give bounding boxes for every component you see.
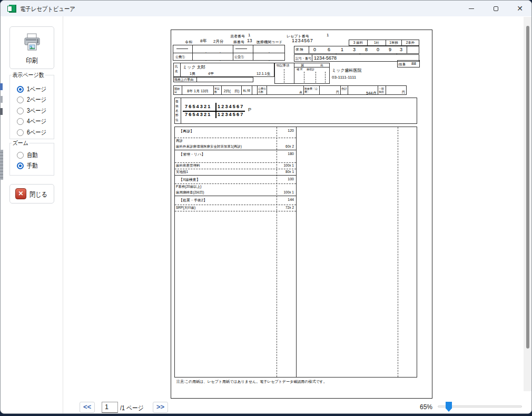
radio-pagecount-4[interactable]: 4ページ <box>17 117 50 126</box>
radio-circle[interactable] <box>17 152 24 159</box>
radio-pagecount-1[interactable]: 1ページ <box>17 84 50 94</box>
detail-line: 再診 <box>176 139 183 143</box>
radio-pagecount-2[interactable]: 2ページ <box>17 95 50 104</box>
radio-zoom-2[interactable]: 手動 <box>17 161 40 170</box>
receipt-field: , <box>205 57 206 61</box>
year-value: 8年 <box>200 39 206 43</box>
patient-sex: 1男 <box>190 72 195 75</box>
prev-icon: << <box>83 403 91 411</box>
insurer-digit: 3 <box>353 47 356 52</box>
pagecount-groupbox: 表示ページ数 1ページ2ページ3ページ4ページ6ページ <box>9 75 54 139</box>
insurer-digit: 0 <box>377 47 379 52</box>
receipt-no-value: 1 <box>327 33 329 37</box>
treatment-row: 開始日8年 1月 13日実日数2日( 日)転 帰公費分点数点医療費〔公費〕円合計… <box>173 85 407 95</box>
detail-line: 歯科外来診療環境医療安全対策加算1(再診) <box>176 144 242 149</box>
clinic-name: ミック歯科医院 <box>332 69 362 73</box>
receipt-field <box>253 45 253 61</box>
receipt-page: 患者番号1レセプト番号1令和8年2月分県番号13医療機関コード1234567公費… <box>171 30 432 399</box>
title-bar: 電子レセプトビューア ✕ <box>1 1 531 16</box>
insurer-digit: 8 <box>365 47 368 52</box>
treatment-cell: 544点 <box>348 86 378 94</box>
inst-code-value: 1234567 <box>292 38 313 43</box>
receipt-no-label: レセプト番号 <box>287 34 309 38</box>
radio-circle[interactable] <box>17 118 24 125</box>
patient-birth: 12.1.1生 <box>257 72 270 75</box>
insurer-digit: 0 <box>313 47 316 52</box>
detail-value: 100x 1 <box>283 163 294 167</box>
maximize-button[interactable] <box>484 1 508 16</box>
zoom-groupbox: ズーム 自動手動 <box>9 143 54 176</box>
page-number-input[interactable]: 1 <box>102 402 118 413</box>
detail-row: 歯周病検査(2回目)100x 1 <box>175 190 296 196</box>
treatment-cell: 実日数 <box>214 86 222 94</box>
detail-row: 実地指180x 1 <box>175 169 296 176</box>
receipt-field: , <box>220 50 221 53</box>
name-vertical-label: 氏名 <box>175 64 179 74</box>
treatment-cell: 8年 1月 13日 <box>182 86 214 94</box>
pref-label: 県番号 <box>233 40 244 44</box>
section-header: 【処置・手術2】 <box>179 198 207 203</box>
receipt-field <box>284 69 284 83</box>
scrollbar-thumb[interactable] <box>526 26 529 349</box>
receipt-field <box>407 46 407 54</box>
detail-line: 歯周病検査(2回目) <box>176 190 204 195</box>
close-x-icon: ✕ <box>15 188 26 199</box>
radio-zoom-1[interactable]: 自動 <box>17 150 40 160</box>
section-total: 180 <box>288 152 294 156</box>
insurance-type-cell: 3 歯科 <box>349 40 368 46</box>
todokede-sub1: 補 管 <box>297 68 302 71</box>
receipt-field <box>233 45 233 61</box>
radio-circle[interactable] <box>17 96 24 103</box>
section-total: 100 <box>288 177 294 181</box>
close-window-button[interactable]: ✕ <box>508 1 532 16</box>
radio-circle[interactable] <box>17 86 24 93</box>
todokede-sub2: 歯初診 <box>307 68 314 71</box>
radio-label: 6ページ <box>27 128 46 137</box>
desktop-artifact <box>0 108 3 115</box>
tooth-lower-right: 7654321 <box>185 112 211 117</box>
treatment-cell: 一部負担 <box>378 86 386 94</box>
receipt-field <box>192 45 193 61</box>
radio-circle[interactable] <box>17 129 24 136</box>
detail-line: 歯科疾患管理料 <box>176 163 200 168</box>
section-header-row: 【処置・手術2】144 <box>175 196 296 205</box>
detail-value: 60x 2 <box>285 144 294 148</box>
maximize-icon <box>494 6 498 11</box>
receipt-field: , <box>205 50 206 53</box>
radio-pagecount-5[interactable]: 6ページ <box>17 128 50 137</box>
footer-note: 注意:この用紙は、レセプト用紙ではありません。電子レセプトデータ確認用の様式です… <box>176 380 327 383</box>
branch-label: (枝番 <box>398 63 406 66</box>
prev-page-button[interactable]: << <box>80 402 95 413</box>
close-button[interactable]: ✕ 閉じる <box>9 184 54 204</box>
next-icon: >> <box>156 403 164 411</box>
detail-row: 歯科外来診療環境医療安全対策加算1(再診)60x 2 <box>175 144 296 150</box>
receipt-field <box>235 49 247 49</box>
minimize-icon <box>469 8 474 9</box>
radio-circle[interactable] <box>17 162 24 169</box>
todokede-box <box>294 63 330 84</box>
pref-no-value: 13 <box>247 38 252 43</box>
radio-circle[interactable] <box>17 108 24 114</box>
section-header-row: 【再診】120 <box>175 127 296 138</box>
print-button[interactable]: 印刷 <box>9 26 54 69</box>
desktop-artifact <box>0 83 3 90</box>
receipt-field <box>176 49 188 49</box>
detail-line: P基検(20歯以上) <box>176 185 201 189</box>
kohi2-label: 公受① <box>234 55 244 59</box>
vertical-scrollbar[interactable] <box>524 17 532 391</box>
minimize-button[interactable] <box>459 1 484 16</box>
close-button-label: 閉じる <box>29 190 47 199</box>
radio-pagecount-3[interactable]: 3ページ <box>17 106 50 115</box>
kigo-label: 記号・番号 <box>295 57 311 60</box>
next-page-button[interactable]: >> <box>153 402 168 413</box>
section-header-row: 【管理・リハ】180 <box>175 150 296 163</box>
receipt-field <box>296 127 297 378</box>
detail-value: 72x 2 <box>285 206 294 209</box>
branch-value: 88 <box>411 62 416 66</box>
radio-label: 1ページ <box>27 85 46 94</box>
app-window: 電子レセプトビューア ✕ 印刷 表示ページ数 1ページ2ページ3ページ4ページ6… <box>0 0 532 414</box>
zoom-percent-label: 65% <box>406 403 432 411</box>
receipt-field <box>215 103 216 118</box>
tooth-upper-left: 1234567 <box>218 104 244 109</box>
treatment-cell: 円 <box>386 86 406 94</box>
